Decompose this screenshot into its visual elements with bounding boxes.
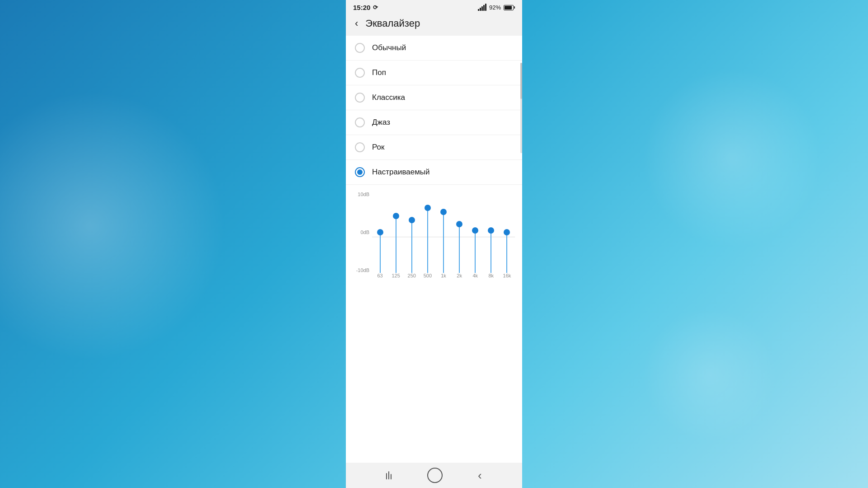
eq-band-63[interactable] [372,192,388,273]
eq-band-1k[interactable] [435,192,451,273]
eq-line-8k [491,230,491,273]
option-classic[interactable]: Классика [346,85,522,110]
back-nav-button[interactable]: ‹ [469,465,491,486]
radio-pop[interactable] [355,68,365,78]
background-glow-right [642,68,823,249]
eq-handle-1k[interactable] [440,209,447,215]
option-label-custom: Настраиваемый [372,168,430,177]
scrollbar-thumb[interactable] [520,63,522,99]
signal-bar-2 [480,8,481,11]
status-right: 92% [478,4,515,11]
navigation-bar: ‹ [346,463,522,488]
scrollbar-track[interactable] [520,63,522,153]
eq-handle-125[interactable] [393,213,399,219]
status-time: 15:20 ⟳ [353,4,378,11]
eq-line-500 [427,208,428,273]
eq-line-1k [443,212,444,273]
radio-normal[interactable] [355,43,365,53]
eq-xlabel-250: 250 [404,273,420,282]
eq-band-125[interactable] [388,192,404,273]
radio-classic[interactable] [355,93,365,103]
phone-screen: 15:20 ⟳ 92% ‹ Эквалайзер [346,0,522,488]
radio-inner-custom [357,169,363,175]
content-area[interactable]: Обычный Поп Классика Джаз Рок Настраивае… [346,36,522,463]
option-label-classic: Классика [372,93,405,102]
back-button[interactable]: ‹ [353,17,360,30]
battery-percentage: 92% [489,4,501,11]
eq-band-500[interactable] [420,192,435,273]
eq-xlabel-63: 63 [372,273,388,282]
eq-label-top: 10dB [358,192,369,197]
eq-line-63 [380,232,381,273]
recent-apps-button[interactable] [377,468,401,483]
eq-y-labels: 10dB 0dB -10dB [353,192,372,273]
time-display: 15:20 [353,4,370,11]
eq-band-4k[interactable] [467,192,483,273]
status-bar: 15:20 ⟳ 92% [346,0,522,13]
eq-xlabel-8k: 8k [483,273,499,282]
eq-band-250[interactable] [404,192,420,273]
equalizer-section: 10dB 0dB -10dB 631252505001k2k4k8k16k [346,185,522,291]
recent-icon [386,471,392,479]
option-rock[interactable]: Рок [346,135,522,160]
background-glow-left [0,90,226,361]
signal-icon [478,5,486,11]
eq-line-16k [506,232,507,273]
option-label-rock: Рок [372,143,384,152]
eq-xlabel-2k: 2k [452,273,467,282]
eq-xlabel-16k: 16k [499,273,515,282]
option-normal[interactable]: Обычный [346,36,522,61]
eq-line-4k [475,230,476,273]
option-pop[interactable]: Поп [346,61,522,85]
signal-bar-1 [478,9,479,11]
eq-line-2k [459,224,460,273]
header: ‹ Эквалайзер [346,13,522,36]
eq-line-125 [396,216,396,273]
eq-line-250 [411,220,412,273]
sync-icon: ⟳ [373,4,378,11]
eq-label-mid: 0dB [360,230,369,235]
equalizer-chart: 10dB 0dB -10dB 631252505001k2k4k8k16k [353,192,515,282]
option-custom[interactable]: Настраиваемый [346,160,522,185]
eq-band-16k[interactable] [499,192,515,273]
battery-icon [504,5,515,10]
eq-xlabel-4k: 4k [467,273,483,282]
eq-handle-250[interactable] [409,217,415,223]
eq-handle-4k[interactable] [472,227,478,234]
radio-rock[interactable] [355,142,365,152]
eq-xlabel-1k: 1k [435,273,451,282]
eq-xlabel-125: 125 [388,273,404,282]
eq-xlabel-500: 500 [420,273,435,282]
option-label-jazz: Джаз [372,118,390,127]
option-label-pop: Поп [372,68,386,77]
home-button[interactable] [427,468,443,483]
option-jazz[interactable]: Джаз [346,110,522,135]
eq-label-bot: -10dB [356,267,369,273]
eq-handle-500[interactable] [425,205,431,211]
background-glow-bottom [642,307,778,443]
eq-handle-63[interactable] [377,229,383,235]
eq-band-8k[interactable] [483,192,499,273]
option-label-normal: Обычный [372,43,406,52]
signal-bar-5 [485,4,486,11]
eq-handle-2k[interactable] [456,221,462,227]
signal-bar-3 [481,6,483,11]
signal-bar-4 [483,5,485,11]
radio-custom[interactable] [355,167,365,177]
eq-band-2k[interactable] [452,192,467,273]
eq-x-labels: 631252505001k2k4k8k16k [372,273,515,282]
radio-jazz[interactable] [355,117,365,127]
eq-handle-16k[interactable] [504,229,510,235]
eq-handle-8k[interactable] [488,227,494,234]
page-title: Эквалайзер [365,18,420,29]
eq-bars-area [372,192,515,273]
